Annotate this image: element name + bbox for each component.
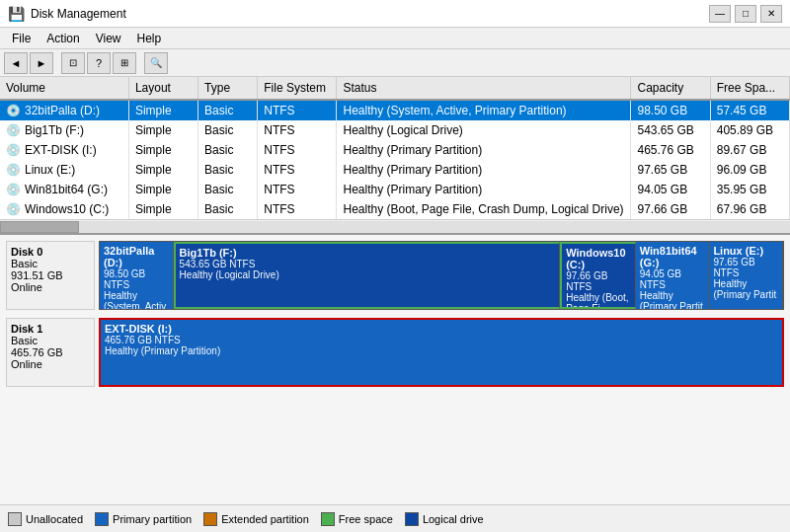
toolbar-btn2[interactable]: ?	[87, 52, 111, 74]
disk-type: Basic	[11, 258, 90, 269]
volumes-table: Volume Layout Type File System Status Ca…	[0, 77, 790, 219]
table-cell: Healthy (Primary Partition)	[337, 140, 631, 160]
table-cell: Healthy (Boot, Page File, Crash Dump, Lo…	[337, 199, 631, 219]
partition-size: 97.65 GB NTFS	[713, 257, 778, 278]
table-cell: 543.65 GB	[631, 120, 710, 140]
legend-logical: Logical drive	[405, 512, 484, 526]
partition-status: Healthy (Logical Drive)	[180, 269, 556, 280]
legend-free-box	[321, 512, 335, 526]
table-cell: 💿32bitPalla (D:)	[0, 100, 128, 120]
table-cell: 💿Linux (E:)	[0, 160, 128, 180]
table-row[interactable]: 💿Win81bit64 (G:)SimpleBasicNTFSHealthy (…	[0, 180, 790, 199]
table-cell: Basic	[198, 140, 258, 160]
table-scroll[interactable]: Volume Layout Type File System Status Ca…	[0, 77, 790, 219]
col-volume: Volume	[0, 77, 128, 100]
partition-status: Healthy (System, Activ	[104, 290, 169, 309]
h-scrollbar[interactable]	[0, 221, 790, 233]
minimize-button[interactable]: —	[709, 5, 731, 23]
table-cell: Basic	[198, 160, 258, 180]
partition-status: Healthy (Primary Partition)	[105, 345, 778, 356]
disk-id: Disk 0	[11, 246, 90, 258]
menu-view[interactable]: View	[88, 30, 129, 46]
table-cell: 94.05 GB	[631, 180, 710, 199]
menu-help[interactable]: Help	[129, 30, 170, 46]
menu-file[interactable]: File	[4, 30, 39, 46]
partition-size: 465.76 GB NTFS	[105, 335, 778, 345]
toolbar-forward[interactable]: ►	[30, 52, 53, 74]
table-cell: 67.96 GB	[710, 199, 789, 219]
table-cell: Healthy (Logical Drive)	[337, 120, 631, 140]
partition-name: 32bitPalla (D:)	[104, 245, 169, 268]
disk-size: 465.76 GB	[11, 346, 90, 358]
app-icon: 💾	[8, 6, 25, 22]
table-cell: NTFS	[258, 160, 337, 180]
disk-label: Disk 0 Basic 931.51 GB Online	[6, 241, 95, 310]
table-row[interactable]: 💿Big1Tb (F:)SimpleBasicNTFSHealthy (Logi…	[0, 120, 790, 140]
partition-status: Healthy (Primary Partit	[640, 290, 705, 309]
partition[interactable]: 32bitPalla (D:) 98.50 GB NTFS Healthy (S…	[100, 242, 174, 309]
partition[interactable]: EXT-DISK (I:) 465.76 GB NTFS Healthy (Pr…	[101, 320, 782, 385]
table-row[interactable]: 💿32bitPalla (D:)SimpleBasicNTFSHealthy (…	[0, 100, 790, 120]
table-cell: Basic	[198, 180, 258, 199]
h-scrollbar-area[interactable]	[0, 219, 790, 233]
partition-container: 32bitPalla (D:) 98.50 GB NTFS Healthy (S…	[99, 241, 784, 310]
toolbar-back[interactable]: ◄	[4, 52, 28, 74]
table-cell: Simple	[128, 160, 198, 180]
table-cell: NTFS	[258, 120, 337, 140]
table-cell: Basic	[198, 100, 258, 120]
table-row[interactable]: 💿Linux (E:)SimpleBasicNTFSHealthy (Prima…	[0, 160, 790, 180]
legend-unallocated-label: Unallocated	[26, 513, 83, 525]
partition-size: 94.05 GB NTFS	[640, 268, 705, 290]
partition[interactable]: Windows10 (C:) 97.66 GB NTFS Healthy (Bo…	[560, 242, 636, 309]
table-row[interactable]: 💿Windows10 (C:)SimpleBasicNTFSHealthy (B…	[0, 199, 790, 219]
legend-primary-box	[95, 512, 109, 526]
legend-free-label: Free space	[339, 513, 393, 525]
toolbar-btn1[interactable]: ⊡	[61, 52, 85, 74]
toolbar-btn4[interactable]: 🔍	[144, 52, 168, 74]
table-row[interactable]: 💿EXT-DISK (I:)SimpleBasicNTFSHealthy (Pr…	[0, 140, 790, 160]
toolbar-btn3[interactable]: ⊞	[113, 52, 136, 74]
col-type: Type	[198, 77, 258, 100]
col-status: Status	[337, 77, 631, 100]
disk-row: Disk 1 Basic 465.76 GB Online EXT-DISK (…	[6, 318, 784, 387]
table-cell: 57.45 GB	[710, 100, 789, 120]
table-cell: 96.09 GB	[710, 160, 789, 180]
partition-name: Big1Tb (F:)	[180, 247, 556, 259]
disk-status: Online	[11, 358, 90, 370]
h-scrollbar-thumb[interactable]	[0, 221, 79, 233]
partition[interactable]: Win81bit64 (G:) 94.05 GB NTFS Healthy (P…	[636, 242, 710, 309]
table-cell: Healthy (Primary Partition)	[337, 180, 631, 199]
menu-action[interactable]: Action	[39, 30, 87, 46]
col-capacity: Capacity	[631, 77, 710, 100]
legend-logical-label: Logical drive	[423, 513, 484, 525]
table-cell: 97.65 GB	[631, 160, 710, 180]
partition[interactable]: Big1Tb (F:) 543.65 GB NTFS Healthy (Logi…	[174, 242, 561, 309]
toolbar: ◄ ► ⊡ ? ⊞ 🔍	[0, 49, 790, 77]
col-fs: File System	[258, 77, 337, 100]
table-cell: NTFS	[258, 199, 337, 219]
table-cell: Simple	[128, 180, 198, 199]
table-cell: 💿Windows10 (C:)	[0, 199, 128, 219]
table-cell: Simple	[128, 120, 198, 140]
legend-primary: Primary partition	[95, 512, 192, 526]
partition-name: Linux (E:)	[713, 245, 778, 257]
legend-extended-label: Extended partition	[221, 513, 309, 525]
window-controls: — □ ✕	[709, 5, 782, 23]
table-cell: Healthy (Primary Partition)	[337, 160, 631, 180]
partition-size: 543.65 GB NTFS	[180, 259, 556, 269]
table-header-row: Volume Layout Type File System Status Ca…	[0, 77, 790, 100]
partition[interactable]: Linux (E:) 97.65 GB NTFS Healthy (Primar…	[709, 242, 783, 309]
table-cell: NTFS	[258, 180, 337, 199]
disk-size: 931.51 GB	[11, 269, 90, 281]
table-area: Volume Layout Type File System Status Ca…	[0, 77, 790, 235]
partition-name: Windows10 (C:)	[566, 247, 631, 270]
table-cell: NTFS	[258, 140, 337, 160]
legend-extended-box	[203, 512, 217, 526]
disk-id: Disk 1	[11, 323, 90, 335]
close-button[interactable]: ✕	[760, 5, 782, 23]
legend: Unallocated Primary partition Extended p…	[0, 504, 790, 532]
table-cell: 97.66 GB	[631, 199, 710, 219]
partition-name: Win81bit64 (G:)	[640, 245, 705, 268]
maximize-button[interactable]: □	[735, 5, 756, 23]
table-cell: Healthy (System, Active, Primary Partiti…	[337, 100, 631, 120]
